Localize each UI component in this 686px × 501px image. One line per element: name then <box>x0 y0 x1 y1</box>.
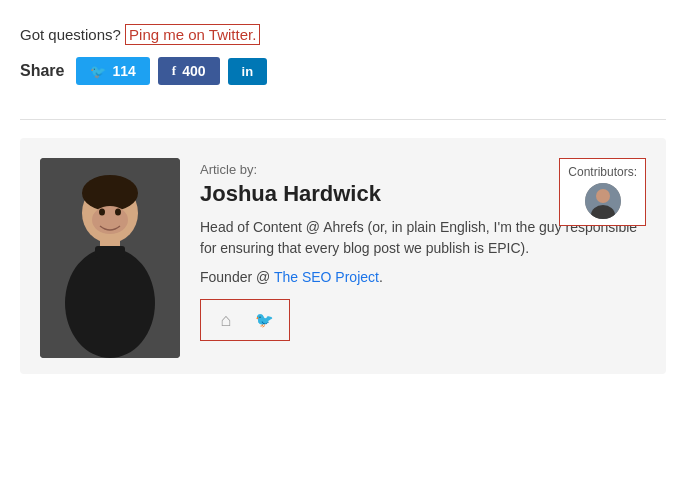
facebook-share-count: 400 <box>182 63 205 79</box>
founder-suffix: . <box>379 269 383 285</box>
linkedin-share-icon: in <box>242 64 254 79</box>
linkedin-share-button[interactable]: in <box>228 58 268 85</box>
author-twitter-button[interactable]: 🐦 <box>249 306 279 334</box>
svg-point-4 <box>65 248 155 358</box>
question-text: Got questions? <box>20 26 121 43</box>
contributor-avatar[interactable] <box>585 183 621 219</box>
svg-point-7 <box>99 209 105 216</box>
twitter-share-icon: 🐦 <box>90 64 106 79</box>
section-divider <box>20 119 666 120</box>
top-section: Got questions? Ping me on Twitter. Share… <box>20 16 666 101</box>
contributors-box: Contributors: <box>559 158 646 226</box>
home-icon: ⌂ <box>221 310 232 331</box>
author-founder-line: Founder @ The SEO Project. <box>200 269 646 285</box>
share-label: Share <box>20 62 64 80</box>
founder-prefix: Founder @ <box>200 269 270 285</box>
twitter-share-count: 114 <box>112 63 135 79</box>
share-row: Share 🐦 114 f 400 in <box>20 57 666 85</box>
svg-point-2 <box>82 175 138 211</box>
question-line: Got questions? Ping me on Twitter. <box>20 26 666 43</box>
author-section: Article by: Joshua Hardwick Head of Cont… <box>20 138 666 374</box>
svg-rect-5 <box>95 246 125 258</box>
seo-project-link[interactable]: The SEO Project <box>274 269 379 285</box>
svg-point-8 <box>115 209 121 216</box>
svg-point-10 <box>596 189 610 203</box>
author-photo <box>40 158 180 358</box>
author-social-box: ⌂ 🐦 <box>200 299 290 341</box>
twitter-share-button[interactable]: 🐦 114 <box>76 57 149 85</box>
twitter-link[interactable]: Ping me on Twitter. <box>125 24 260 45</box>
facebook-share-icon: f <box>172 63 176 79</box>
facebook-share-button[interactable]: f 400 <box>158 57 220 85</box>
contributors-label: Contributors: <box>568 165 637 179</box>
author-website-button[interactable]: ⌂ <box>211 306 241 334</box>
twitter-bird-icon: 🐦 <box>255 311 274 329</box>
